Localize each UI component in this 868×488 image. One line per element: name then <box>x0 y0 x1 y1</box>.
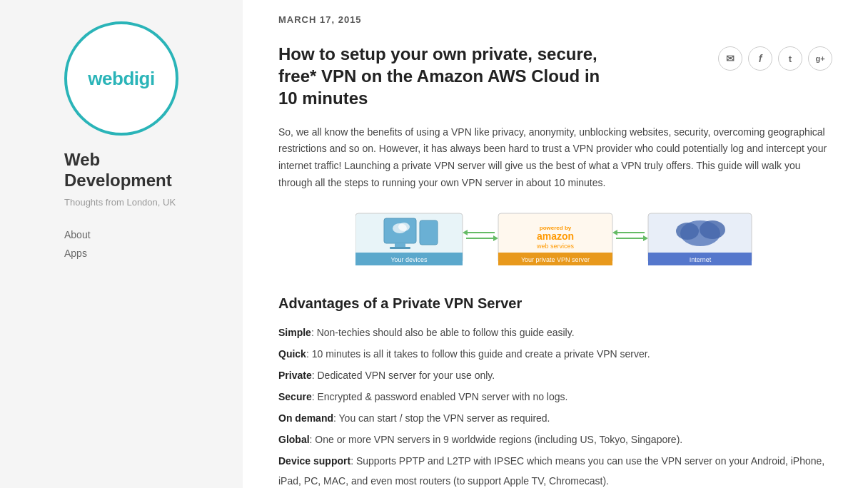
vpn-diagram: Your devices powered by amazon web servi… <box>355 210 755 274</box>
facebook-share-button[interactable]: f <box>748 46 772 71</box>
advantage-simple: Simple: Non-techies should also be able … <box>278 322 832 342</box>
svg-text:Your private VPN server: Your private VPN server <box>521 256 590 263</box>
googleplus-share-button[interactable]: g+ <box>808 46 832 71</box>
advantage-secure: Secure: Encrypted & password enabled VPN… <box>278 387 832 407</box>
svg-text:Your devices: Your devices <box>390 256 428 263</box>
sidebar-item-apps[interactable]: Apps <box>64 248 178 259</box>
svg-rect-4 <box>420 220 438 245</box>
site-title: Web Development <box>64 150 178 191</box>
svg-marker-20 <box>643 235 648 241</box>
advantage-private: Private: Dedicated VPN server for your u… <box>278 365 832 385</box>
logo-bold: digi <box>123 68 154 89</box>
svg-point-25 <box>676 223 699 240</box>
advantage-on-demand: On demand: You can start / stop the VPN … <box>278 408 832 428</box>
post-title: How to setup your own private, secure, f… <box>278 43 621 110</box>
svg-rect-3 <box>390 247 410 249</box>
svg-marker-10 <box>493 235 498 241</box>
email-share-button[interactable]: ✉ <box>718 46 742 71</box>
vpn-diagram-svg: Your devices powered by amazon web servi… <box>355 210 755 274</box>
svg-marker-12 <box>463 230 468 235</box>
logo-regular: web <box>88 68 123 89</box>
post-intro: So, we all know the benefits of using a … <box>278 124 832 192</box>
advantages-title: Advantages of a Private VPN Server <box>278 295 832 312</box>
logo-circle: webdigi <box>64 21 178 136</box>
svg-text:Internet: Internet <box>690 256 712 263</box>
advantage-quick: Quick: 10 minutes is all it takes to fol… <box>278 344 832 364</box>
advantage-global: Global: One or more VPN servers in 9 wor… <box>278 429 832 449</box>
site-subtitle: Thoughts from London, UK <box>64 197 178 208</box>
svg-marker-22 <box>612 230 617 235</box>
sidebar: webdigi Web Development Thoughts from Lo… <box>0 0 243 488</box>
sidebar-nav: About Apps <box>64 229 178 266</box>
sidebar-item-about[interactable]: About <box>64 229 178 240</box>
svg-rect-2 <box>395 243 405 247</box>
svg-text:web services: web services <box>536 243 575 250</box>
main-content: MARCH 17, 2015 How to setup your own pri… <box>243 0 868 488</box>
svg-point-6 <box>398 223 410 231</box>
post-date: MARCH 17, 2015 <box>278 14 832 25</box>
twitter-share-button[interactable]: t <box>778 46 802 71</box>
logo: webdigi <box>88 68 154 90</box>
advantage-device-support: Device support: Supports PPTP and L2TP w… <box>278 451 832 488</box>
svg-text:amazon: amazon <box>537 230 574 242</box>
svg-point-26 <box>700 220 725 239</box>
post-header: How to setup your own private, secure, f… <box>278 43 832 110</box>
social-icons: ✉ f t g+ <box>718 46 832 71</box>
advantages-list: Simple: Non-techies should also be able … <box>278 322 832 488</box>
